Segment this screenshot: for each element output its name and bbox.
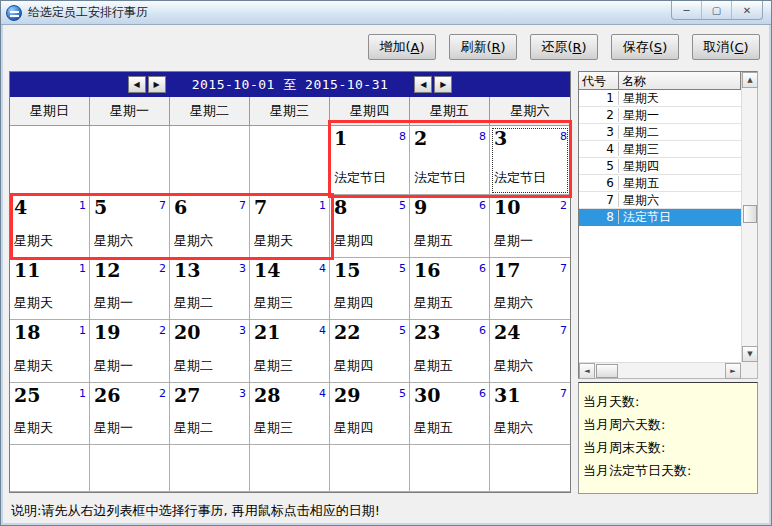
calendar-day-cell[interactable]: 214星期三 (250, 320, 330, 383)
legend-row[interactable]: 3星期二 (579, 124, 741, 141)
horizontal-scroll-thumb[interactable] (596, 364, 618, 378)
calendar-day-cell[interactable]: 41星期天 (10, 195, 90, 258)
scroll-left-icon[interactable]: ◄ (579, 363, 595, 379)
calendar-day-cell[interactable]: 236星期五 (410, 320, 490, 383)
legend-name: 法定节日 (619, 209, 741, 226)
month-summary-panel: 当月天数: 当月周六天数: 当月周末天数: 当月法定节日天数: (578, 382, 758, 494)
calendar-day-cell[interactable]: 306星期五 (410, 383, 490, 445)
event-code: 6 (479, 199, 486, 212)
calendar-day-cell[interactable]: 71星期天 (250, 195, 330, 258)
scrollbar-corner (741, 362, 757, 378)
legend-code: 4 (579, 142, 619, 156)
calendar-day-cell[interactable]: 251星期天 (10, 383, 90, 445)
calendar-day-cell[interactable]: 203星期二 (170, 320, 250, 383)
calendar-empty-cell[interactable] (410, 445, 490, 492)
save-button[interactable]: 保存(S) (611, 34, 679, 60)
event-code: 4 (319, 324, 326, 337)
calendar-day-cell[interactable]: 144星期三 (250, 258, 330, 320)
calendar-day-cell[interactable]: 57星期六 (90, 195, 170, 258)
weekday-header-row: 星期日 星期一 星期二 星期三 星期四 星期五 星期六 (10, 97, 570, 126)
calendar-empty-cell[interactable] (90, 126, 170, 195)
legend-code: 3 (579, 125, 619, 139)
calendar-day-cell[interactable]: 85星期四 (330, 195, 410, 258)
calendar-day-cell[interactable]: 247星期六 (490, 320, 570, 383)
calendar-day-cell[interactable]: 166星期五 (410, 258, 490, 320)
calendar-day-cell[interactable]: 295星期四 (330, 383, 410, 445)
calendar-day-cell[interactable]: 284星期三 (250, 383, 330, 445)
legend-row[interactable]: 5星期四 (579, 158, 741, 175)
day-event-label: 星期五 (414, 357, 486, 375)
refresh-button[interactable]: 刷新(R) (449, 34, 517, 60)
calendar-day-cell[interactable]: 181星期天 (10, 320, 90, 383)
event-code: 1 (319, 199, 326, 212)
legend-row[interactable]: 4星期三 (579, 141, 741, 158)
calendar-day-cell[interactable]: 28法定节日 (410, 126, 490, 195)
calendar-empty-cell[interactable] (170, 126, 250, 195)
calendar-day-cell[interactable]: 111星期天 (10, 258, 90, 320)
cancel-button[interactable]: 取消(C) (692, 34, 760, 60)
calendar-empty-cell[interactable] (250, 126, 330, 195)
horizontal-scrollbar[interactable]: ◄ ► (579, 362, 741, 378)
next-month-icon[interactable]: ▶ (148, 76, 166, 93)
day-number: 6 (174, 196, 187, 218)
close-icon[interactable]: ✕ (732, 1, 762, 19)
restore-button[interactable]: 还原(R) (530, 34, 598, 60)
legend-row[interactable]: 1星期天 (579, 90, 741, 107)
calendar-day-cell[interactable]: 102星期一 (490, 195, 570, 258)
calendar-day-cell[interactable]: 317星期六 (490, 383, 570, 445)
legend-code: 6 (579, 176, 619, 190)
day-event-label: 星期天 (254, 232, 326, 250)
prev-month-icon[interactable]: ◀ (414, 76, 432, 93)
scroll-right-icon[interactable]: ► (725, 363, 741, 379)
day-event-label: 星期一 (94, 419, 166, 437)
event-code: 7 (560, 324, 567, 337)
calendar-day-cell[interactable]: 177星期六 (490, 258, 570, 320)
day-event-label: 星期五 (414, 294, 486, 312)
next-month-icon[interactable]: ▶ (434, 76, 452, 93)
scroll-down-icon[interactable]: ▼ (742, 346, 758, 362)
calendar-empty-cell[interactable] (170, 445, 250, 492)
add-button[interactable]: 增加(A) (368, 34, 436, 60)
day-event-label: 星期六 (94, 232, 166, 250)
calendar-empty-cell[interactable] (250, 445, 330, 492)
legend-row[interactable]: 7星期六 (579, 192, 741, 209)
calendar-day-cell[interactable]: 192星期一 (90, 320, 170, 383)
calendar-day-cell[interactable]: 67星期六 (170, 195, 250, 258)
calendar-day-cell[interactable]: 262星期一 (90, 383, 170, 445)
legend-row[interactable]: 2星期一 (579, 107, 741, 124)
calendar-empty-cell[interactable] (330, 445, 410, 492)
event-code: 7 (560, 387, 567, 400)
minimize-icon[interactable]: ─ (672, 1, 702, 19)
calendar-day-cell[interactable]: 273星期二 (170, 383, 250, 445)
event-code: 5 (399, 324, 406, 337)
calendar-day-cell[interactable]: 155星期四 (330, 258, 410, 320)
calendar-empty-cell[interactable] (90, 445, 170, 492)
day-number: 22 (334, 321, 360, 343)
legend-row[interactable]: 8法定节日 (579, 209, 741, 226)
day-number: 23 (414, 321, 440, 343)
calendar-day-cell[interactable]: 225星期四 (330, 320, 410, 383)
calendar-day-cell[interactable]: 38法定节日 (490, 126, 570, 195)
day-event-label: 星期六 (494, 294, 567, 312)
vertical-scroll-thumb[interactable] (743, 205, 757, 223)
maximize-icon[interactable]: ▢ (702, 1, 732, 19)
day-event-label: 星期二 (174, 357, 246, 375)
vertical-scrollbar[interactable]: ▲ ▼ (741, 72, 757, 362)
weekday-header: 星期一 (90, 97, 170, 126)
date-range-label: 2015-10-01 至 2015-10-31 (192, 76, 389, 94)
calendar-day-cell[interactable]: 122星期一 (90, 258, 170, 320)
calendar-day-cell[interactable]: 18法定节日 (330, 126, 410, 195)
event-code: 8 (560, 130, 567, 143)
day-number: 16 (414, 259, 440, 281)
legend-row[interactable]: 6星期五 (579, 175, 741, 192)
scroll-up-icon[interactable]: ▲ (742, 72, 758, 88)
day-event-label: 星期天 (14, 419, 86, 437)
day-event-label: 法定节日 (414, 169, 486, 187)
calendar-day-cell[interactable]: 96星期五 (410, 195, 490, 258)
calendar-day-cell[interactable]: 133星期二 (170, 258, 250, 320)
calendar-week-row: 18法定节日28法定节日38法定节日 (10, 126, 570, 195)
prev-month-icon[interactable]: ◀ (128, 76, 146, 93)
calendar-empty-cell[interactable] (490, 445, 570, 492)
calendar-empty-cell[interactable] (10, 445, 90, 492)
calendar-empty-cell[interactable] (10, 126, 90, 195)
